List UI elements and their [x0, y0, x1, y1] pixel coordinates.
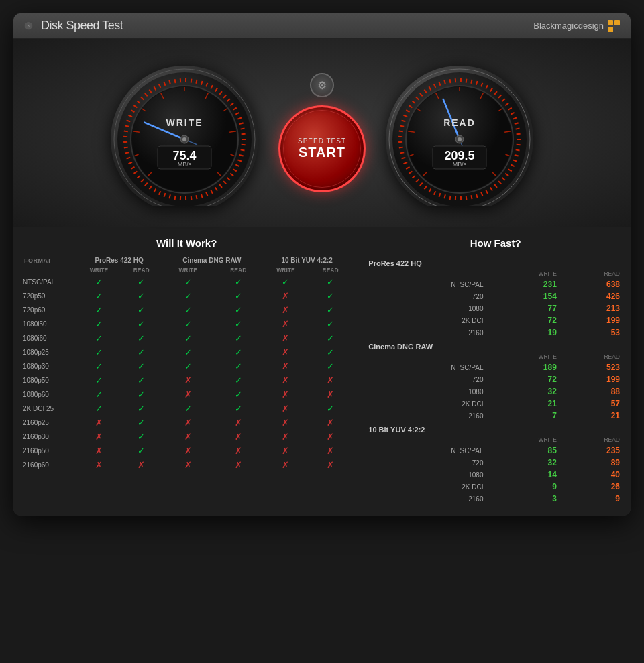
wiw-row: 2160p60✗✗✗✗✗✗	[21, 458, 352, 472]
svg-point-20	[182, 137, 186, 141]
check-icon: ✓	[235, 347, 242, 357]
speed-test-label: SPEED TEST	[298, 137, 346, 145]
check-icon: ✓	[138, 305, 145, 315]
hf-row: 2K DCI926	[368, 481, 623, 493]
hf-row: 7203289	[368, 457, 623, 469]
check-icon: ✓	[95, 361, 103, 371]
hf-row: 10801440	[368, 469, 623, 481]
cross-icon: ✗	[282, 389, 289, 400]
will-it-work-title: Will It Work?	[21, 237, 352, 249]
wiw-row: 1080p30✓✓✓✓✗✓	[21, 359, 352, 373]
cross-icon: ✗	[184, 460, 192, 470]
check-icon: ✓	[327, 305, 334, 315]
will-it-work-panel: Will It Work? FORMAT ProRes 422 HQ Cinem…	[13, 227, 360, 516]
check-icon: ✓	[138, 361, 145, 371]
check-icon: ✓	[95, 375, 103, 385]
wiw-row: 1080p50✓✓✗✓✗✗	[21, 373, 352, 387]
hf-row: 2160721	[368, 410, 623, 422]
check-icon: ✓	[184, 361, 192, 371]
check-icon: ✓	[235, 375, 242, 385]
cross-icon: ✗	[95, 460, 103, 470]
hf-row: 21601953	[368, 326, 623, 339]
check-icon: ✓	[184, 319, 192, 329]
check-icon: ✓	[138, 432, 145, 442]
check-icon: ✓	[327, 404, 334, 414]
write-gauge: WRITE 75.4 MB/s	[104, 59, 265, 206]
check-icon: ✓	[282, 277, 289, 287]
check-icon: ✓	[235, 333, 242, 343]
cross-icon: ✗	[282, 432, 289, 442]
check-icon: ✓	[138, 319, 145, 329]
check-icon: ✓	[184, 404, 192, 414]
check-icon: ✓	[327, 277, 334, 287]
hf-row: 108077213	[368, 302, 623, 314]
check-icon: ✓	[138, 418, 145, 428]
yuv-read-sub: READ	[309, 265, 352, 275]
format-sub	[21, 265, 76, 275]
check-icon: ✓	[235, 291, 242, 301]
check-icon: ✓	[95, 319, 103, 329]
hf-row: NTSC/PAL231638	[368, 278, 623, 290]
hf-group-label: ProRes 422 HQ	[368, 255, 623, 269]
center-controls: ⚙ SPEED TEST START	[278, 73, 366, 192]
yuv-write-sub: WRITE	[262, 265, 309, 275]
cross-icon: ✗	[327, 418, 334, 428]
write-label: WRITE	[166, 117, 203, 128]
check-icon: ✓	[235, 389, 242, 400]
cross-icon: ✗	[138, 460, 145, 470]
wiw-row: 1080i50✓✓✓✓✗✓	[21, 317, 352, 331]
check-icon: ✓	[184, 305, 192, 315]
check-icon: ✓	[138, 277, 145, 287]
titlebar: × Disk Speed Test Blackmagicdesign	[13, 13, 631, 39]
hf-row: NTSC/PAL189523	[368, 361, 623, 373]
cross-icon: ✗	[282, 361, 289, 371]
cross-icon: ✗	[327, 460, 334, 470]
brand-logo: Blackmagicdesign	[533, 20, 620, 32]
check-icon: ✓	[95, 305, 103, 315]
check-icon: ✓	[327, 361, 334, 371]
prores-col-header: ProRes 422 HQ	[76, 255, 162, 265]
hf-row: 720154426	[368, 290, 623, 302]
gear-icon: ⚙	[317, 79, 327, 92]
yuv-col-header: 10 Bit YUV 4:2:2	[262, 255, 352, 265]
wiw-row: NTSC/PAL✓✓✓✓✓✓	[21, 275, 352, 289]
check-icon: ✓	[235, 404, 242, 414]
cdng-col-header: Cinema DNG RAW	[162, 255, 262, 265]
write-unit-display: MB/s	[178, 161, 192, 168]
cdng-read-sub: READ	[215, 265, 262, 275]
speed-test-button[interactable]: SPEED TEST START	[278, 105, 366, 192]
check-icon: ✓	[138, 404, 145, 414]
check-icon: ✓	[138, 333, 145, 343]
wiw-row: 2160p30✗✓✗✗✗✗	[21, 430, 352, 444]
cross-icon: ✗	[327, 375, 334, 385]
read-label: READ	[443, 117, 476, 128]
app-window: × Disk Speed Test Blackmagicdesign	[13, 13, 631, 516]
hf-row: 2K DCI2157	[368, 398, 623, 410]
check-icon: ✓	[235, 305, 242, 315]
check-icon: ✓	[95, 389, 103, 400]
close-button[interactable]: ×	[24, 21, 33, 30]
check-icon: ✓	[184, 291, 192, 301]
check-icon: ✓	[138, 291, 145, 301]
brand-icon	[608, 20, 620, 32]
cross-icon: ✗	[235, 418, 242, 428]
hf-row: 216039	[368, 493, 623, 505]
cross-icon: ✗	[184, 432, 192, 442]
app-title: Disk Speed Test	[41, 19, 123, 33]
read-gauge-container: READ 209.5 MB/s	[379, 59, 540, 206]
check-icon: ✓	[95, 277, 103, 287]
cross-icon: ✗	[327, 446, 334, 456]
check-icon: ✓	[138, 375, 145, 385]
cross-icon: ✗	[235, 460, 242, 470]
cross-icon: ✗	[95, 432, 103, 442]
wiw-row: 2K DCI 25✓✓✓✓✗✓	[21, 402, 352, 416]
wiw-row: 1080p60✓✓✗✓✗✗	[21, 387, 352, 402]
wiw-row: 1080p25✓✓✓✓✗✓	[21, 345, 352, 359]
cross-icon: ✗	[282, 460, 289, 470]
speed-test-start: START	[299, 145, 345, 160]
cross-icon: ✗	[282, 305, 289, 315]
cross-icon: ✗	[327, 389, 334, 400]
check-icon: ✓	[327, 291, 334, 301]
hf-table: ProRes 422 HQWRITEREADNTSC/PAL2316387201…	[368, 255, 623, 505]
settings-button[interactable]: ⚙	[310, 73, 334, 97]
